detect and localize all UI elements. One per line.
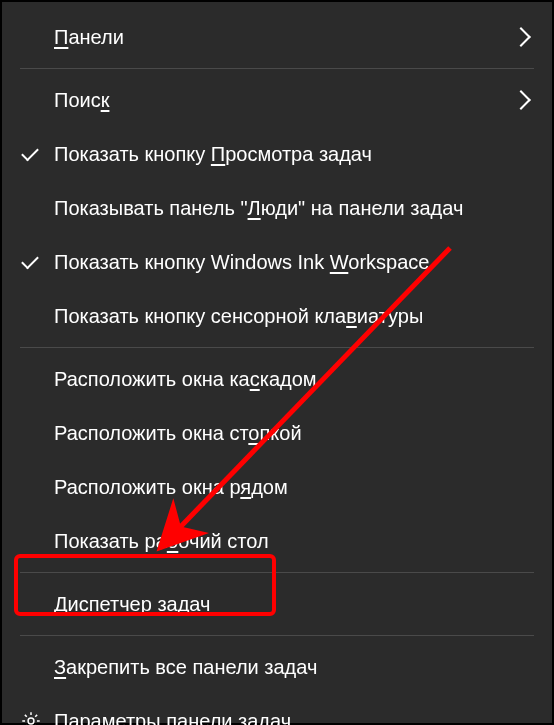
menu-item-touch-keyboard[interactable]: Показать кнопку сенсорной клавиатуры [2, 289, 552, 343]
menu-label: Диспетчер задач [54, 593, 534, 616]
menu-label: Показать кнопку Windows Ink Workspace [54, 251, 534, 274]
menu-item-people-bar[interactable]: Показывать панель "Люди" на панели задач [2, 181, 552, 235]
menu-label: Параметры панели задач [54, 710, 534, 726]
menu-label: Расположить окна стопкой [54, 422, 534, 445]
menu-label: Поиск [54, 89, 514, 112]
chevron-right-icon [511, 27, 531, 47]
taskbar-context-menu: Панели Поиск Показать кнопку Просмотра з… [2, 2, 552, 723]
menu-item-lock-taskbars[interactable]: Закрепить все панели задач [2, 640, 552, 694]
menu-item-ink-workspace[interactable]: Показать кнопку Windows Ink Workspace [2, 235, 552, 289]
check-icon [20, 148, 54, 160]
menu-label: Показать рабочий стол [54, 530, 534, 553]
gear-icon [20, 710, 54, 725]
menu-label: Панели [54, 26, 514, 49]
menu-label: Расположить окна рядом [54, 476, 534, 499]
menu-item-stack-windows[interactable]: Расположить окна стопкой [2, 406, 552, 460]
menu-item-task-manager[interactable]: Диспетчер задач [2, 577, 552, 631]
menu-label: Закрепить все панели задач [54, 656, 534, 679]
separator [20, 347, 534, 348]
menu-label: Показать кнопку Просмотра задач [54, 143, 534, 166]
menu-label: Показать кнопку сенсорной клавиатуры [54, 305, 534, 328]
menu-label: Расположить окна каскадом [54, 368, 534, 391]
menu-item-side-by-side[interactable]: Расположить окна рядом [2, 460, 552, 514]
chevron-right-icon [511, 90, 531, 110]
menu-item-cascade-windows[interactable]: Расположить окна каскадом [2, 352, 552, 406]
menu-item-task-view-button[interactable]: Показать кнопку Просмотра задач [2, 127, 552, 181]
check-icon [20, 256, 54, 268]
separator [20, 572, 534, 573]
separator [20, 68, 534, 69]
menu-item-taskbar-settings[interactable]: Параметры панели задач [2, 694, 552, 725]
menu-label: Показывать панель "Люди" на панели задач [54, 197, 534, 220]
menu-item-search[interactable]: Поиск [2, 73, 552, 127]
menu-item-toolbars[interactable]: Панели [2, 10, 552, 64]
menu-item-show-desktop[interactable]: Показать рабочий стол [2, 514, 552, 568]
svg-point-0 [28, 718, 34, 724]
separator [20, 635, 534, 636]
